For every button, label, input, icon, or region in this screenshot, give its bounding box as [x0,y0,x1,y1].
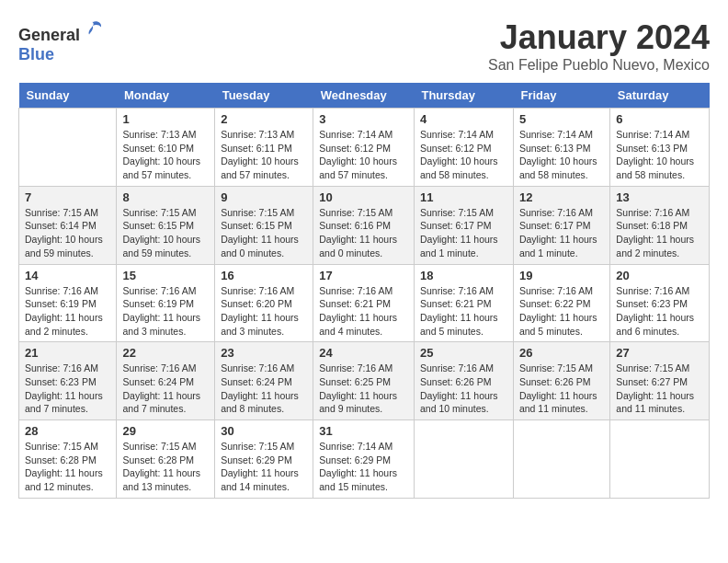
date-number: 1 [122,112,209,126]
calendar-cell: 26Sunrise: 7:15 AMSunset: 6:26 PMDayligh… [513,342,609,420]
calendar-table: SundayMondayTuesdayWednesdayThursdayFrid… [18,83,710,499]
cell-info: Sunrise: 7:16 AMSunset: 6:21 PMDaylight:… [319,284,408,339]
cell-info: Sunrise: 7:16 AMSunset: 6:21 PMDaylight:… [420,284,507,339]
cell-info: Sunrise: 7:15 AMSunset: 6:27 PMDaylight:… [616,362,703,416]
cell-info: Sunrise: 7:15 AMSunset: 6:17 PMDaylight:… [420,206,507,260]
page-header: General Blue January 2024 San Felipe Pue… [18,18,710,74]
calendar-cell: 23Sunrise: 7:16 AMSunset: 6:24 PMDayligh… [215,342,313,420]
cell-info: Sunrise: 7:16 AMSunset: 6:22 PMDaylight:… [519,284,604,339]
calendar-body: 1Sunrise: 7:13 AMSunset: 6:10 PMDaylight… [19,109,710,499]
cell-info: Sunrise: 7:16 AMSunset: 6:24 PMDaylight:… [122,362,209,416]
cell-info: Sunrise: 7:14 AMSunset: 6:12 PMDaylight:… [420,128,507,182]
cell-info: Sunrise: 7:15 AMSunset: 6:16 PMDaylight:… [319,206,408,260]
date-number: 5 [519,112,604,126]
date-number: 14 [25,269,110,282]
cell-info: Sunrise: 7:15 AMSunset: 6:26 PMDaylight:… [519,362,604,416]
cell-info: Sunrise: 7:16 AMSunset: 6:25 PMDaylight:… [319,362,408,416]
date-number: 26 [519,346,604,360]
calendar-cell [610,420,710,499]
title-area: January 2024 San Felipe Pueblo Nuevo, Me… [488,18,710,74]
calendar-cell: 2Sunrise: 7:13 AMSunset: 6:11 PMDaylight… [215,109,313,187]
date-number: 12 [519,190,604,204]
calendar-cell: 28Sunrise: 7:15 AMSunset: 6:28 PMDayligh… [19,420,117,499]
date-number: 16 [221,269,307,282]
date-number: 19 [519,269,604,282]
date-number: 13 [616,190,703,204]
header-saturday: Saturday [610,83,710,109]
cell-info: Sunrise: 7:16 AMSunset: 6:26 PMDaylight:… [420,362,507,416]
date-number: 11 [420,190,507,204]
cell-info: Sunrise: 7:14 AMSunset: 6:13 PMDaylight:… [519,128,604,182]
calendar-cell: 17Sunrise: 7:16 AMSunset: 6:21 PMDayligh… [313,264,415,342]
cell-info: Sunrise: 7:14 AMSunset: 6:29 PMDaylight:… [319,440,408,494]
cell-info: Sunrise: 7:16 AMSunset: 6:24 PMDaylight:… [221,362,307,416]
logo-bird-icon [82,18,104,40]
calendar-cell: 9Sunrise: 7:15 AMSunset: 6:15 PMDaylight… [215,186,313,264]
calendar-cell: 29Sunrise: 7:15 AMSunset: 6:28 PMDayligh… [117,420,215,499]
calendar-cell: 25Sunrise: 7:16 AMSunset: 6:26 PMDayligh… [414,342,513,420]
cell-info: Sunrise: 7:16 AMSunset: 6:19 PMDaylight:… [122,284,209,339]
date-number: 9 [221,190,307,204]
calendar-cell: 12Sunrise: 7:16 AMSunset: 6:17 PMDayligh… [513,186,609,264]
date-number: 22 [122,346,209,360]
calendar-cell: 22Sunrise: 7:16 AMSunset: 6:24 PMDayligh… [117,342,215,420]
cell-info: Sunrise: 7:16 AMSunset: 6:17 PMDaylight:… [519,206,604,260]
calendar-cell: 4Sunrise: 7:14 AMSunset: 6:12 PMDaylight… [414,109,513,187]
date-number: 30 [221,424,307,438]
header-monday: Monday [117,83,215,109]
header-tuesday: Tuesday [215,83,313,109]
date-number: 15 [122,269,209,282]
week-row-4: 21Sunrise: 7:16 AMSunset: 6:23 PMDayligh… [19,342,710,420]
date-number: 4 [420,112,507,126]
week-row-2: 7Sunrise: 7:15 AMSunset: 6:14 PMDaylight… [19,186,710,264]
calendar-cell: 16Sunrise: 7:16 AMSunset: 6:20 PMDayligh… [215,264,313,342]
date-number: 18 [420,269,507,282]
calendar-cell: 13Sunrise: 7:16 AMSunset: 6:18 PMDayligh… [610,186,710,264]
calendar-cell: 3Sunrise: 7:14 AMSunset: 6:12 PMDaylight… [313,109,415,187]
date-number: 17 [319,269,408,282]
date-number: 25 [420,346,507,360]
location-title: San Felipe Pueblo Nuevo, Mexico [488,57,710,74]
calendar-cell [513,420,609,499]
date-number: 8 [122,190,209,204]
cell-info: Sunrise: 7:15 AMSunset: 6:14 PMDaylight:… [25,206,110,260]
header-row: SundayMondayTuesdayWednesdayThursdayFrid… [19,83,710,109]
calendar-header: SundayMondayTuesdayWednesdayThursdayFrid… [19,83,710,109]
cell-info: Sunrise: 7:16 AMSunset: 6:19 PMDaylight:… [25,284,110,339]
date-number: 23 [221,346,307,360]
date-number: 7 [25,190,110,204]
cell-info: Sunrise: 7:16 AMSunset: 6:23 PMDaylight:… [25,362,110,416]
cell-info: Sunrise: 7:15 AMSunset: 6:15 PMDaylight:… [122,206,209,260]
date-number: 28 [25,424,110,438]
cell-info: Sunrise: 7:15 AMSunset: 6:15 PMDaylight:… [221,206,307,260]
week-row-3: 14Sunrise: 7:16 AMSunset: 6:19 PMDayligh… [19,264,710,342]
header-wednesday: Wednesday [313,83,415,109]
cell-info: Sunrise: 7:15 AMSunset: 6:29 PMDaylight:… [221,440,307,494]
calendar-cell: 27Sunrise: 7:15 AMSunset: 6:27 PMDayligh… [610,342,710,420]
date-number: 21 [25,346,110,360]
calendar-cell: 10Sunrise: 7:15 AMSunset: 6:16 PMDayligh… [313,186,415,264]
calendar-cell: 14Sunrise: 7:16 AMSunset: 6:19 PMDayligh… [19,264,117,342]
date-number: 31 [319,424,408,438]
date-number: 27 [616,346,703,360]
month-title: January 2024 [488,18,710,57]
calendar-cell: 24Sunrise: 7:16 AMSunset: 6:25 PMDayligh… [313,342,415,420]
date-number: 10 [319,190,408,204]
calendar-cell: 8Sunrise: 7:15 AMSunset: 6:15 PMDaylight… [117,186,215,264]
calendar-cell: 18Sunrise: 7:16 AMSunset: 6:21 PMDayligh… [414,264,513,342]
calendar-cell: 1Sunrise: 7:13 AMSunset: 6:10 PMDaylight… [117,109,215,187]
date-number: 24 [319,346,408,360]
calendar-cell: 30Sunrise: 7:15 AMSunset: 6:29 PMDayligh… [215,420,313,499]
calendar-cell: 6Sunrise: 7:14 AMSunset: 6:13 PMDaylight… [610,109,710,187]
date-number: 20 [616,269,703,282]
calendar-cell: 31Sunrise: 7:14 AMSunset: 6:29 PMDayligh… [313,420,415,499]
week-row-1: 1Sunrise: 7:13 AMSunset: 6:10 PMDaylight… [19,109,710,187]
date-number: 29 [122,424,209,438]
logo-general: General [18,26,80,44]
cell-info: Sunrise: 7:16 AMSunset: 6:23 PMDaylight:… [616,284,703,339]
date-number: 3 [319,112,408,126]
date-number: 6 [616,112,703,126]
logo: General Blue [18,18,104,64]
calendar-cell: 20Sunrise: 7:16 AMSunset: 6:23 PMDayligh… [610,264,710,342]
calendar-cell: 11Sunrise: 7:15 AMSunset: 6:17 PMDayligh… [414,186,513,264]
